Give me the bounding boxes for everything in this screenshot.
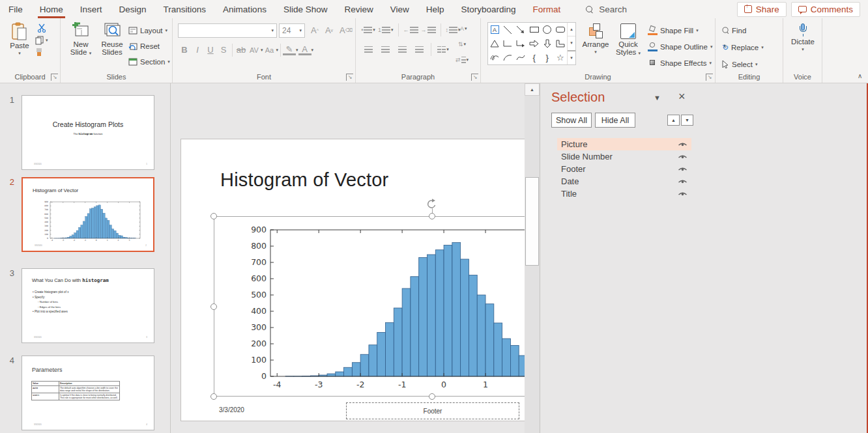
bring-forward-button[interactable]: ▲ [667, 115, 680, 126]
layout-button[interactable]: Layout▾ [128, 23, 170, 37]
ribbon-tab-storyboarding[interactable]: Storyboarding [453, 0, 525, 18]
show-all-button[interactable]: Show All [551, 113, 592, 128]
convert-to-smartart-button[interactable]: ⇄▾ [455, 53, 469, 66]
ribbon-tab-animations[interactable]: Animations [214, 0, 275, 18]
shape-elbow-arrow[interactable] [514, 36, 527, 50]
shape-outline-button[interactable]: Shape Outline▾ [648, 40, 712, 53]
decrease-indent-button[interactable]: ← [403, 23, 418, 36]
vertical-scrollbar[interactable]: ▲ [525, 83, 540, 433]
strikethrough-button[interactable]: ab [235, 43, 248, 57]
selection-item-footer[interactable]: Footer [557, 163, 691, 175]
copy-button[interactable]: ▾ [35, 36, 48, 45]
shape-fill-button[interactable]: Shape Fill▾ [648, 23, 712, 37]
format-painter-button[interactable] [35, 48, 44, 57]
slide-date-placeholder[interactable]: 3/3/2020 [219, 406, 244, 413]
shape-scribble[interactable] [488, 51, 501, 64]
resize-handle-n[interactable] [429, 213, 435, 219]
align-left-button[interactable] [361, 43, 375, 56]
slide-thumbnail-4[interactable]: Parameters Value Description auto The de… [22, 356, 154, 430]
reset-button[interactable]: Reset [128, 39, 170, 53]
clipboard-dialog-launcher[interactable]: ↘ [51, 74, 58, 81]
pane-close-icon[interactable]: × [678, 90, 686, 104]
resize-handle-sw[interactable] [210, 393, 217, 400]
ribbon-tab-transitions[interactable]: Transitions [155, 0, 215, 18]
shape-elbow-connector[interactable] [501, 36, 514, 50]
select-button[interactable]: Select▾ [722, 57, 764, 71]
selection-item-date[interactable]: Date [557, 175, 691, 188]
paste-button[interactable]: Paste ▾ [5, 22, 34, 56]
shape-right-arrow[interactable] [527, 36, 540, 50]
bullets-button[interactable]: •▾ [361, 23, 375, 36]
shape-oval[interactable] [541, 23, 554, 36]
ribbon-tab-format[interactable]: Format [525, 0, 570, 18]
shape-curve[interactable] [514, 51, 527, 64]
scrollbar-up-arrow[interactable]: ▲ [525, 83, 540, 96]
ribbon-tab-insert[interactable]: Insert [72, 0, 111, 18]
ribbon-tab-review[interactable]: Review [336, 0, 381, 18]
comments-button[interactable]: Comments [791, 2, 860, 17]
increase-font-size-button[interactable]: A^ [308, 23, 321, 37]
change-case-button[interactable]: Aa [263, 43, 276, 57]
shape-arc[interactable] [501, 51, 514, 64]
selection-item-title[interactable]: Title [557, 188, 691, 200]
search-box[interactable]: Search [586, 5, 627, 14]
reuse-slides-button[interactable]: ReuseSlides [97, 22, 127, 56]
shape-right-brace[interactable]: } [541, 51, 554, 64]
text-shadow-button[interactable]: S [217, 43, 230, 57]
font-color-button[interactable]: A [298, 44, 311, 55]
underline-button[interactable]: U [204, 43, 217, 57]
share-button[interactable]: Share [737, 2, 787, 17]
increase-indent-button[interactable]: → [421, 23, 436, 36]
cut-button[interactable] [35, 23, 48, 33]
align-right-button[interactable] [395, 43, 409, 56]
font-size-combo[interactable]: 24▾ [279, 23, 305, 38]
bold-button[interactable]: B [178, 43, 191, 57]
eye-icon[interactable] [678, 154, 687, 160]
align-text-button[interactable]: ⇅▾ [455, 38, 469, 51]
shape-rounded-rectangle[interactable] [554, 23, 567, 36]
eye-icon[interactable] [678, 178, 687, 185]
columns-button[interactable]: ▾ [436, 43, 450, 56]
shape-triangle[interactable] [488, 36, 501, 50]
font-dialog-launcher[interactable]: ↘ [346, 74, 353, 81]
ribbon-tab-help[interactable]: Help [418, 0, 453, 18]
selection-item-picture[interactable]: Picture [557, 138, 691, 150]
eye-icon[interactable] [678, 141, 687, 148]
selection-item-slide-number[interactable]: Slide Number [557, 150, 691, 163]
replace-button[interactable]: ↻b Replace▾ [722, 40, 764, 54]
numbering-button[interactable]: 1▾ [378, 23, 394, 36]
ribbon-tab-file[interactable]: File [0, 0, 31, 18]
italic-button[interactable]: I [191, 43, 204, 57]
shape-star[interactable]: ☆ [554, 51, 567, 64]
clear-formatting-button[interactable]: A⌫ [340, 23, 353, 37]
font-name-combo[interactable]: ▾ [178, 23, 277, 38]
eye-icon[interactable] [678, 191, 687, 197]
ribbon-tab-view[interactable]: View [382, 0, 418, 18]
shape-down-arrow[interactable] [541, 36, 554, 50]
text-highlight-button[interactable]: ✎ [283, 44, 296, 55]
new-slide-button[interactable]: New Slide ▾ [66, 22, 96, 56]
paragraph-dialog-launcher[interactable]: ↘ [471, 74, 478, 81]
shape-rectangle[interactable] [527, 23, 540, 36]
resize-handle-nw[interactable] [210, 213, 217, 219]
collapse-ribbon-button[interactable]: ∧ [858, 72, 862, 79]
scrollbar-thumb[interactable] [525, 177, 539, 266]
ribbon-tab-home[interactable]: Home [31, 0, 72, 18]
drawing-dialog-launcher[interactable]: ↘ [706, 74, 713, 81]
find-button[interactable]: Find [722, 23, 764, 37]
send-backward-button[interactable]: ▼ [681, 115, 693, 126]
decrease-font-size-button[interactable]: Av [323, 23, 336, 37]
shape-text-box[interactable]: A [488, 23, 501, 36]
text-direction-button[interactable]: ↓A▾ [455, 22, 469, 35]
shape-line[interactable] [501, 23, 514, 36]
hide-all-button[interactable]: Hide All [595, 113, 635, 128]
arrange-button[interactable]: Arrange ▾ [580, 23, 611, 55]
quick-styles-button[interactable]: QuickStyles ▾ [613, 23, 644, 56]
character-spacing-button[interactable]: AV [248, 43, 261, 57]
shape-effects-button[interactable]: Shape Effects▾ [648, 56, 712, 70]
gallery-more-button[interactable]: ▾ [568, 50, 575, 64]
slide-thumbnail-3[interactable]: What You Can Do with histogram • Create … [22, 268, 154, 343]
dictate-button[interactable]: Dictate ▾ [788, 23, 817, 52]
ribbon-tab-slide-show[interactable]: Slide Show [275, 0, 336, 18]
pane-options-chevron-icon[interactable]: ▼ [654, 94, 661, 102]
